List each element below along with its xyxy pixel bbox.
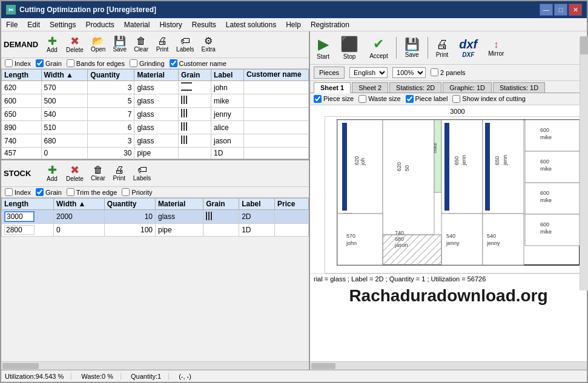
stock-index-option[interactable]: Index [5,188,31,196]
menu-registration[interactable]: Registration [306,18,354,31]
tab-sheet2[interactable]: Sheet 2 [352,82,388,93]
stock-col-price[interactable]: Price [275,198,309,210]
stock-row[interactable]: 0 100 pipe 1D [2,224,309,237]
zoom-select[interactable]: 100% [392,67,426,78]
demand-clear-button[interactable]: 🗑 Clear [131,34,151,54]
close-button[interactable]: ✕ [569,4,582,16]
stop-button[interactable]: ⬛ Stop [336,34,363,62]
demand-labels-button[interactable]: 🏷 Labels [173,34,197,54]
maximize-button[interactable]: □ [554,4,567,16]
tab-graphic1d[interactable]: Graphic: 1D [443,82,492,93]
stock-col-material[interactable]: Material [155,198,203,210]
demand-save-button[interactable]: 💾 Save [110,34,130,54]
piece-size-option[interactable]: Piece size [314,95,354,103]
stock-print-button[interactable]: 🖨 Print [110,163,129,183]
stock-scrollbar[interactable] [1,361,309,370]
piece-label-checkbox[interactable] [406,95,414,103]
stock-col-label[interactable]: Label [239,198,275,210]
minimize-button[interactable]: — [540,4,553,16]
pieces-button[interactable]: Pieces [314,67,345,79]
demand-bands-checkbox[interactable] [67,59,74,67]
menu-settings[interactable]: Settings [45,18,81,31]
menu-latest[interactable]: Latest solutions [221,18,281,31]
demand-index-option[interactable]: Index [5,59,31,67]
menu-results[interactable]: Results [187,18,221,31]
menu-file[interactable]: File [1,18,22,31]
stock-index-checkbox[interactable] [5,188,13,196]
dxf-button[interactable]: dxf DXF [455,35,481,60]
menu-bar: File Edit Settings Products Material His… [1,18,587,31]
demand-open-button[interactable]: 📂 Open [88,34,108,54]
demand-row[interactable]: 890 510 6 glass alice [2,121,309,134]
stock-cell-width: 2000 [54,210,105,224]
demand-row[interactable]: 650 540 7 glass jenny [2,108,309,121]
start-button[interactable]: ▶ Start [312,34,334,62]
demand-print-button[interactable]: 🖨 Print [153,34,172,54]
demand-add-button[interactable]: ✚ Add [42,34,62,55]
svg-text:mike: mike [540,197,552,203]
stock-col-quantity[interactable]: Quantity [104,198,155,210]
stock-priority-checkbox[interactable] [122,188,130,196]
col-length[interactable]: Length [2,70,42,81]
two-panels-option[interactable]: 2 panels [431,68,466,76]
show-index-option[interactable]: Show index of cutting [452,95,526,103]
demand-grinding-option[interactable]: Grinding [130,59,165,67]
demand-grain-option[interactable]: Grain [36,59,62,67]
waste-size-checkbox[interactable] [358,95,366,103]
menu-products[interactable]: Products [81,18,119,31]
piece-label-option[interactable]: Piece label [406,95,448,103]
demand-grain-checkbox[interactable] [36,59,44,67]
stock-row[interactable]: 2000 10 glass 2D [2,210,309,224]
menu-material[interactable]: Material [119,18,155,31]
right-scrollbar[interactable] [580,36,587,290]
stock-trim-option[interactable]: Trim the edge [67,188,117,196]
demand-delete-button[interactable]: ✖ Delete [63,34,87,55]
demand-index-checkbox[interactable] [5,59,13,67]
diagram-hscrollbar[interactable] [310,361,587,370]
add-icon: ✚ [48,36,57,47]
tab-stats2d[interactable]: Statistics: 2D [389,82,441,93]
col-width[interactable]: Width ▲ [41,70,88,81]
right-print-button[interactable]: 🖨 Print [432,35,453,60]
stock-grain-option[interactable]: Grain [36,188,62,196]
stock-col-length[interactable]: Length [2,198,54,210]
stock-col-width[interactable]: Width ▲ [54,198,105,210]
stock-col-grain[interactable]: Grain [203,198,239,210]
menu-help[interactable]: Help [281,18,306,31]
demand-customer-checkbox[interactable] [170,59,177,67]
menu-edit[interactable]: Edit [22,18,45,31]
waste-size-option[interactable]: Waste size [358,95,400,103]
stock-labels-button[interactable]: 🏷 Labels [130,163,154,183]
stock-clear-button[interactable]: 🗑 Clear [88,163,108,183]
accept-button[interactable]: ✔ Accept [365,34,392,61]
col-customer[interactable]: Customer name [243,70,308,81]
demand-row[interactable]: 457 0 30 pipe 1D [2,148,309,159]
col-quantity[interactable]: Quantity [88,70,134,81]
demand-row[interactable]: 600 500 5 glass mike [2,94,309,108]
col-label[interactable]: Label [211,70,244,81]
demand-extra-button[interactable]: ⚙ Extra [199,34,219,54]
piece-size-checkbox[interactable] [314,95,322,103]
stock-grain-checkbox[interactable] [36,188,44,196]
two-panels-checkbox[interactable] [431,68,438,76]
tab-stats1d[interactable]: Statistics: 1D [493,82,545,93]
show-index-checkbox[interactable] [452,95,460,103]
language-select[interactable]: English [349,67,388,78]
demand-bands-option[interactable]: Bands for edges [67,59,125,67]
stock-priority-option[interactable]: Priority [122,188,152,196]
demand-customer-option[interactable]: Customer name [170,59,226,67]
tab-sheet1[interactable]: Sheet 1 [314,82,351,93]
right-save-button[interactable]: 💾 Save [400,35,424,60]
svg-text:570: 570 [346,233,355,239]
stock-add-button[interactable]: ✚ Add [42,163,62,184]
demand-row[interactable]: 620 570 3 glass john [2,81,309,94]
stock-delete-button[interactable]: ✖ Delete [63,163,87,184]
demand-table-container: Length Width ▲ Quantity Material Grain L… [1,69,309,159]
demand-grinding-checkbox[interactable] [130,59,137,67]
menu-history[interactable]: History [154,18,187,31]
stock-trim-checkbox[interactable] [67,188,74,196]
mirror-button[interactable]: ↕ Mirror [484,37,508,59]
col-grain[interactable]: Grain [179,70,211,81]
col-material[interactable]: Material [134,70,179,81]
demand-row[interactable]: 740 680 3 glass jason [2,134,309,148]
